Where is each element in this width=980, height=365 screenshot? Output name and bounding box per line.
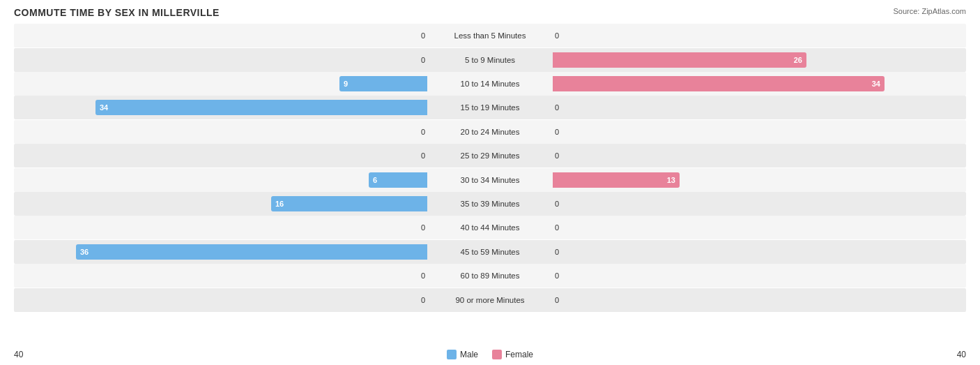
chart-row: 060 to 89 Minutes0 bbox=[14, 264, 966, 288]
male-section: 0 bbox=[14, 288, 427, 312]
male-section: 0 bbox=[14, 216, 427, 239]
male-section: 16 bbox=[14, 192, 427, 216]
chart-title: COMMUTE TIME BY SEX IN MILLERVILLE bbox=[14, 7, 966, 18]
row-label: 10 to 14 Minutes bbox=[427, 80, 553, 88]
male-value: 0 bbox=[421, 296, 425, 304]
female-value: 0 bbox=[555, 200, 559, 208]
legend-male-label: Male bbox=[460, 350, 478, 359]
legend-male: Male bbox=[447, 350, 478, 359]
male-bar: 36 bbox=[76, 244, 427, 260]
chart-row: 910 to 14 Minutes34 bbox=[14, 72, 966, 96]
legend-female-label: Female bbox=[505, 350, 533, 359]
female-value: 34 bbox=[872, 80, 880, 88]
chart-row: 05 to 9 Minutes26 bbox=[14, 48, 966, 72]
chart-row: 025 to 29 Minutes0 bbox=[14, 144, 966, 167]
chart-row: 040 to 44 Minutes0 bbox=[14, 216, 966, 239]
male-value: 0 bbox=[421, 56, 425, 64]
male-bar: 6 bbox=[369, 172, 427, 188]
row-label: 35 to 39 Minutes bbox=[427, 200, 553, 208]
female-value: 0 bbox=[555, 223, 559, 232]
chart-area: 0Less than 5 Minutes005 to 9 Minutes2691… bbox=[14, 24, 966, 312]
female-section: 0 bbox=[553, 144, 966, 167]
female-value: 0 bbox=[555, 128, 559, 136]
female-value: 26 bbox=[794, 56, 802, 64]
male-value: 0 bbox=[421, 151, 425, 160]
female-bar: 13 bbox=[553, 172, 680, 188]
female-section: 0 bbox=[553, 24, 966, 47]
legend-male-box bbox=[447, 350, 457, 359]
axis-label-left: 40 bbox=[14, 350, 23, 359]
male-value: 34 bbox=[100, 103, 108, 112]
female-section: 34 bbox=[553, 72, 966, 96]
male-value: 36 bbox=[80, 248, 89, 256]
chart-row: 1635 to 39 Minutes0 bbox=[14, 192, 966, 216]
chart-row: 090 or more Minutes0 bbox=[14, 288, 966, 312]
female-value: 0 bbox=[555, 151, 559, 160]
male-section: 0 bbox=[14, 264, 427, 288]
row-label: 5 to 9 Minutes bbox=[427, 56, 553, 64]
female-section: 0 bbox=[553, 96, 966, 119]
male-section: 0 bbox=[14, 24, 427, 47]
female-bar: 34 bbox=[553, 76, 885, 91]
female-section: 13 bbox=[553, 168, 966, 192]
male-value: 16 bbox=[275, 200, 284, 208]
row-label: 45 to 59 Minutes bbox=[427, 248, 553, 256]
female-bar: 26 bbox=[553, 52, 806, 68]
row-label: 60 to 89 Minutes bbox=[427, 271, 553, 280]
row-label: 15 to 19 Minutes bbox=[427, 103, 553, 112]
male-value: 9 bbox=[344, 80, 348, 88]
chart-row: 3645 to 59 Minutes0 bbox=[14, 240, 966, 264]
chart-row: 0Less than 5 Minutes0 bbox=[14, 24, 966, 47]
female-section: 0 bbox=[553, 288, 966, 312]
male-section: 9 bbox=[14, 72, 427, 96]
female-section: 0 bbox=[553, 264, 966, 288]
female-section: 0 bbox=[553, 120, 966, 144]
female-section: 0 bbox=[553, 240, 966, 264]
male-bar: 16 bbox=[271, 196, 427, 211]
axis-label-right: 40 bbox=[957, 350, 966, 359]
female-section: 0 bbox=[553, 216, 966, 239]
chart-legend: Male Female bbox=[447, 350, 533, 359]
male-section: 36 bbox=[14, 240, 427, 264]
row-label: 20 to 24 Minutes bbox=[427, 128, 553, 136]
female-value: 0 bbox=[555, 296, 559, 304]
male-value: 0 bbox=[421, 128, 425, 136]
male-value: 0 bbox=[421, 271, 425, 280]
female-section: 0 bbox=[553, 192, 966, 216]
chart-row: 630 to 34 Minutes13 bbox=[14, 168, 966, 192]
chart-row: 020 to 24 Minutes0 bbox=[14, 120, 966, 144]
male-bar: 9 bbox=[339, 76, 427, 91]
source-label: Source: ZipAtlas.com bbox=[893, 7, 966, 15]
male-value: 0 bbox=[421, 223, 425, 232]
female-value: 0 bbox=[555, 271, 559, 280]
male-bar: 34 bbox=[95, 100, 427, 115]
female-value: 0 bbox=[555, 103, 559, 112]
row-label: 25 to 29 Minutes bbox=[427, 151, 553, 160]
female-value: 13 bbox=[667, 176, 675, 184]
legend-female: Female bbox=[492, 350, 533, 359]
male-section: 0 bbox=[14, 120, 427, 144]
row-label: 30 to 34 Minutes bbox=[427, 176, 553, 184]
chart-row: 3415 to 19 Minutes0 bbox=[14, 96, 966, 119]
male-section: 0 bbox=[14, 144, 427, 167]
male-section: 6 bbox=[14, 168, 427, 192]
female-section: 26 bbox=[553, 48, 966, 72]
legend-female-box bbox=[492, 350, 502, 359]
chart-container: COMMUTE TIME BY SEX IN MILLERVILLE Sourc… bbox=[0, 0, 980, 365]
male-section: 0 bbox=[14, 48, 427, 72]
female-value: 0 bbox=[555, 31, 559, 40]
male-value: 6 bbox=[373, 176, 377, 184]
row-label: Less than 5 Minutes bbox=[427, 31, 553, 40]
male-value: 0 bbox=[421, 31, 425, 40]
female-value: 0 bbox=[555, 248, 559, 256]
row-label: 90 or more Minutes bbox=[427, 296, 553, 304]
row-label: 40 to 44 Minutes bbox=[427, 223, 553, 232]
male-section: 34 bbox=[14, 96, 427, 119]
